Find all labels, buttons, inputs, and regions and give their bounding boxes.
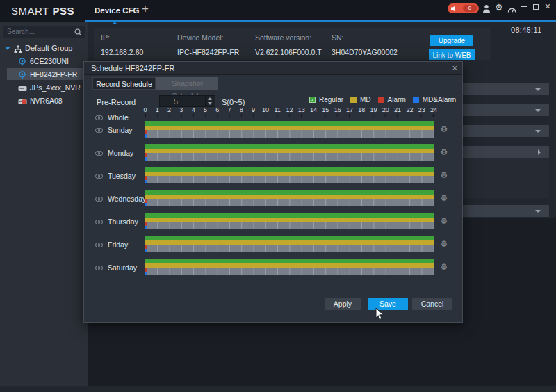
cancel-button[interactable]: Cancel	[412, 298, 452, 310]
sidebar-device-jps_4xxx_nvr[interactable]: JPs_4xxx_NVR	[7, 81, 88, 93]
gauge-icon[interactable]	[507, 3, 516, 16]
segment-md-alarm[interactable]	[145, 180, 147, 184]
track-regular[interactable]	[145, 236, 434, 240]
maximize-button[interactable]	[531, 2, 541, 12]
track-regular[interactable]	[145, 213, 434, 218]
stepper-down-icon[interactable]	[208, 102, 212, 105]
legend-checkbox[interactable]: ✓	[309, 97, 316, 103]
search-icon[interactable]	[74, 28, 82, 40]
pre-record-stepper[interactable]	[205, 96, 215, 106]
link-day-icon[interactable]	[95, 174, 103, 179]
legend-checkbox[interactable]	[350, 97, 357, 103]
schedule-timeline-friday[interactable]	[145, 236, 434, 252]
segment-regular[interactable]	[145, 167, 434, 172]
settings-gear-icon[interactable]: ⚙	[495, 3, 503, 12]
legend-item-alarm[interactable]: Alarm	[378, 96, 406, 104]
legend-label: MD	[360, 96, 371, 104]
legend-item-regular[interactable]: ✓Regular	[309, 96, 343, 104]
track-md-alarm[interactable]	[145, 272, 434, 276]
segment-regular[interactable]	[145, 236, 434, 240]
segment-regular[interactable]	[145, 121, 434, 126]
search-input[interactable]: Search...	[3, 26, 85, 38]
schedule-timeline-saturday[interactable]	[145, 259, 434, 275]
tab-record-schedule[interactable]: Record Schedule	[92, 77, 156, 90]
tree-expander-icon[interactable]	[5, 47, 10, 50]
close-window-button[interactable]: ×	[543, 1, 553, 12]
schedule-timeline-monday[interactable]	[145, 144, 434, 161]
link-day-icon[interactable]	[95, 128, 103, 133]
tab-device-cfg[interactable]: Device CFG	[90, 0, 144, 22]
day-settings-gear-icon[interactable]: ⚙	[439, 238, 450, 250]
hour-tick-label: 21	[394, 106, 401, 113]
segment-regular[interactable]	[145, 259, 434, 263]
tab-snapshot-schedule[interactable]: Snapshot Schedule	[156, 77, 218, 90]
stepper-up-icon[interactable]	[208, 97, 212, 100]
legend-checkbox[interactable]	[413, 97, 419, 103]
segment-regular[interactable]	[145, 213, 434, 218]
sidebar-device-nvr6a08[interactable]: NVR6A08	[7, 95, 88, 106]
link-day-icon[interactable]	[95, 266, 103, 270]
day-settings-gear-icon[interactable]: ⚙	[439, 147, 450, 158]
device-label: JPs_4xxx_NVR	[30, 83, 81, 92]
speaker-icon	[451, 6, 457, 12]
info-label: SN:	[332, 33, 344, 42]
pre-record-input[interactable]: 5	[159, 95, 215, 107]
upgrade-button[interactable]: Upgrade	[430, 35, 473, 46]
hour-tick-label: 3	[179, 106, 183, 113]
segment-md-alarm[interactable]	[145, 157, 147, 161]
segment-md-alarm[interactable]	[145, 249, 147, 253]
day-settings-gear-icon[interactable]: ⚙	[439, 193, 450, 204]
track-regular[interactable]	[145, 190, 434, 195]
schedule-timeline-tuesday[interactable]	[145, 167, 434, 183]
day-settings-gear-icon[interactable]: ⚙	[439, 170, 450, 181]
link-day-icon[interactable]	[95, 151, 103, 156]
track-regular[interactable]	[145, 167, 434, 172]
track-md-alarm[interactable]	[145, 180, 434, 184]
track-md-alarm[interactable]	[145, 134, 434, 138]
schedule-timeline-sunday[interactable]	[145, 121, 434, 138]
track-md-alarm[interactable]	[145, 249, 434, 253]
sidebar-device-hf8242fp-fr[interactable]: HF8242FP-FR	[7, 68, 88, 80]
hour-tick-label: 2	[167, 106, 171, 113]
new-tab-button[interactable]: +	[142, 2, 149, 16]
schedule-timeline-wednesday[interactable]	[145, 190, 434, 206]
segment-md-alarm[interactable]	[145, 203, 147, 207]
day-settings-gear-icon[interactable]: ⚙	[439, 261, 450, 272]
hour-tick-label: 19	[370, 106, 377, 113]
day-label: Saturday	[108, 263, 137, 272]
link-day-icon[interactable]	[95, 197, 103, 202]
apply-button[interactable]: Apply	[325, 298, 361, 310]
segment-md-alarm[interactable]	[145, 134, 147, 138]
hour-tick-label: 5	[204, 106, 207, 113]
save-button[interactable]: Save	[368, 298, 408, 310]
alarm-badge[interactable]: 0	[448, 3, 479, 13]
minimize-button[interactable]	[519, 1, 529, 10]
schedule-day-friday: Friday	[95, 240, 128, 249]
day-settings-gear-icon[interactable]: ⚙	[439, 215, 450, 227]
track-regular[interactable]	[145, 121, 434, 126]
schedule-timeline-thursday[interactable]	[145, 213, 434, 229]
legend-item-md[interactable]: MD	[350, 96, 371, 104]
segment-md-alarm[interactable]	[145, 272, 147, 276]
sidebar-group-default[interactable]: Default Group	[0, 42, 88, 54]
dialog-close-button[interactable]: ×	[452, 63, 457, 73]
segment-regular[interactable]	[145, 190, 434, 195]
legend-checkbox[interactable]	[378, 97, 384, 103]
track-regular[interactable]	[145, 259, 434, 263]
track-md-alarm[interactable]	[145, 157, 434, 161]
link-all-icon[interactable]	[95, 115, 103, 120]
link-to-web-button[interactable]: Link to WEB	[429, 49, 475, 60]
sidebar-device-6ce230uni[interactable]: 6CE230UNI	[7, 55, 88, 67]
legend-item-md-alarm[interactable]: MD&Alarm	[413, 96, 456, 104]
user-icon[interactable]	[482, 3, 491, 16]
track-regular[interactable]	[145, 144, 434, 149]
day-settings-gear-icon[interactable]: ⚙	[439, 124, 450, 135]
link-day-icon[interactable]	[95, 243, 103, 247]
segment-md-alarm[interactable]	[145, 226, 147, 230]
legend-label: Regular	[319, 96, 343, 104]
track-md-alarm[interactable]	[145, 226, 434, 230]
segment-regular[interactable]	[145, 144, 434, 149]
link-day-icon[interactable]	[95, 220, 103, 224]
hour-tick-label: 7	[228, 106, 231, 113]
track-md-alarm[interactable]	[145, 203, 434, 207]
